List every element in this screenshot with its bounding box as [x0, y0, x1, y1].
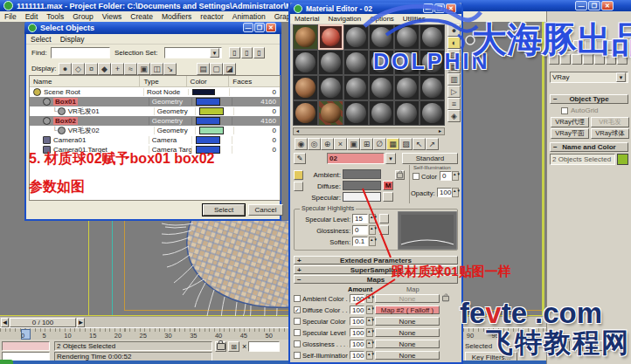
reset-map-icon[interactable]: ×: [334, 138, 347, 150]
specular-level-map-button[interactable]: [379, 214, 389, 223]
color-spinner[interactable]: ▲▼: [452, 171, 459, 181]
menu-item[interactable]: Material: [290, 15, 323, 23]
get-material-icon[interactable]: ◉: [295, 138, 308, 150]
minimize-button[interactable]: —: [243, 23, 253, 32]
select-button[interactable]: Select: [203, 204, 245, 216]
menu-item[interactable]: Edit: [21, 12, 43, 21]
go-forward-to-sibling-icon[interactable]: ↗: [426, 138, 439, 150]
material-sample-slot[interactable]: [293, 24, 318, 50]
menu-item[interactable]: Display: [56, 35, 89, 44]
vray-plane-button[interactable]: VRay平面: [551, 128, 589, 139]
color-value-field[interactable]: 0: [440, 171, 452, 181]
map-amount-field[interactable]: 100: [350, 306, 364, 314]
select-objects-title-bar[interactable]: Select Objects — ❐ ✕: [24, 22, 281, 34]
bones-filter-icon[interactable]: ↘: [163, 63, 177, 75]
map-button[interactable]: None: [375, 317, 440, 326]
material-sample-slot[interactable]: [318, 50, 343, 75]
specular-map-shortcut-button[interactable]: [383, 192, 393, 202]
map-amount-field[interactable]: 100: [350, 317, 364, 326]
put-to-library-icon[interactable]: ⊞: [360, 138, 373, 150]
maximize-button[interactable]: ❐: [434, 3, 445, 13]
table-row[interactable]: Box02 Geometry 4160: [30, 116, 280, 126]
menu-item[interactable]: Views: [98, 12, 127, 21]
dropdown-arrow-icon[interactable]: ▼: [616, 72, 626, 82]
sample-slot-hscrollbar[interactable]: ◄ ►: [293, 127, 445, 135]
table-row[interactable]: └VR毛发02 Geometry 0: [30, 126, 280, 135]
menu-item[interactable]: Select: [26, 35, 56, 44]
time-slider-thumb[interactable]: 0 / 100: [10, 318, 76, 327]
map-button[interactable]: None: [375, 294, 440, 303]
time-slider-prev-arrow[interactable]: ◄: [1, 318, 9, 327]
object-color-swatch[interactable]: [617, 154, 628, 165]
specular-level-spinner[interactable]: ▲▼: [369, 214, 376, 223]
color-checkbox[interactable]: [413, 173, 420, 180]
maxscript-mini-listener-pink[interactable]: [2, 341, 50, 351]
name-and-color-rollout[interactable]: − Name and Color: [550, 142, 628, 152]
column-header-faces[interactable]: Faces: [229, 76, 280, 86]
map-amount-spinner[interactable]: ▲▼: [366, 294, 373, 303]
absolute-offset-toggle[interactable]: ⊞: [228, 341, 239, 352]
material-sample-slot[interactable]: [343, 100, 369, 126]
map-button[interactable]: None: [375, 328, 440, 337]
menu-item[interactable]: reactor: [196, 12, 227, 21]
material-editor-title-bar[interactable]: Material Editor - 02 — ❐ ✕: [290, 3, 461, 14]
close-button[interactable]: ✕: [266, 23, 276, 32]
menu-item[interactable]: Navigation: [323, 15, 365, 23]
menu-item[interactable]: Utilities: [399, 15, 430, 23]
select-objects-menu-bar[interactable]: SelectDisplay: [26, 34, 280, 45]
material-sample-slot[interactable]: [318, 24, 343, 50]
put-material-to-scene-icon[interactable]: ◎: [308, 138, 321, 150]
geometry-filter-icon[interactable]: ●: [59, 63, 72, 75]
map-amount-field[interactable]: 100: [350, 340, 364, 348]
create-selection-set-icon[interactable]: ▯: [229, 47, 240, 58]
menu-item[interactable]: File: [0, 12, 21, 21]
table-row[interactable]: Box01 Geometry 4160: [30, 97, 280, 106]
vray-proxy-button[interactable]: VRay代理: [551, 117, 589, 127]
material-sample-slot[interactable]: [394, 75, 420, 100]
map-amount-field[interactable]: 100: [350, 351, 364, 360]
map-checkbox[interactable]: [294, 352, 301, 359]
soften-field[interactable]: 0.1: [352, 237, 368, 246]
map-amount-spinner[interactable]: ▲▼: [366, 317, 373, 326]
show-end-result-icon[interactable]: ▨: [399, 138, 413, 150]
minimize-button[interactable]: —: [423, 3, 433, 13]
map-amount-field[interactable]: 100: [350, 328, 364, 337]
select-by-material-icon[interactable]: ◈: [447, 110, 461, 122]
go-to-parent-icon[interactable]: ↖: [413, 138, 426, 150]
object-name-field[interactable]: 2 Objects Selected: [550, 154, 615, 165]
soften-spinner[interactable]: ▲▼: [369, 237, 376, 246]
autogrid-checkbox[interactable]: [561, 107, 568, 114]
scroll-left-icon[interactable]: ◄: [294, 128, 302, 134]
table-row[interactable]: Scene Root Root Node 0: [30, 87, 280, 97]
object-type-rollout[interactable]: − Object Type: [550, 94, 628, 104]
glossiness-map-button[interactable]: [379, 225, 389, 235]
material-editor-menu-bar[interactable]: MaterialNavigationOptionsUtilities: [290, 14, 461, 24]
map-amount-field[interactable]: 100: [350, 294, 364, 303]
minimize-button[interactable]: —: [575, 1, 587, 10]
specular-swatch[interactable]: [343, 192, 381, 202]
material-id-channel-icon[interactable]: ∅: [373, 138, 386, 150]
menu-item[interactable]: Tools: [42, 12, 68, 21]
lock-ambient-diffuse-icon[interactable]: [395, 170, 405, 180]
edit-selection-set-icon[interactable]: ▯: [241, 47, 253, 58]
select-none-icon[interactable]: ▢: [210, 63, 223, 75]
menu-item[interactable]: Animation: [228, 12, 270, 21]
map-checkbox[interactable]: [294, 295, 301, 302]
coord-x-field[interactable]: [248, 341, 280, 352]
pick-material-icon[interactable]: ✎: [294, 153, 306, 164]
diffuse-swatch[interactable]: [343, 181, 381, 190]
material-sample-slot[interactable]: [343, 50, 369, 75]
ambient-swatch[interactable]: [343, 169, 381, 179]
cameras-filter-icon[interactable]: ◆: [98, 63, 111, 75]
map-amount-spinner[interactable]: ▲▼: [366, 340, 373, 348]
opacity-spinner[interactable]: ▲▼: [452, 188, 459, 197]
material-sample-slot[interactable]: [293, 50, 318, 75]
lock-ambient-icon[interactable]: [294, 170, 303, 180]
material-sample-slot[interactable]: [394, 24, 420, 50]
material-sample-slot[interactable]: [369, 75, 394, 100]
glossiness-spinner[interactable]: ▲▼: [369, 225, 376, 235]
material-sample-slot[interactable]: [369, 100, 394, 126]
map-checkbox[interactable]: [294, 340, 301, 347]
column-header-color[interactable]: Color: [187, 76, 230, 86]
material-sample-slot[interactable]: [293, 100, 318, 126]
